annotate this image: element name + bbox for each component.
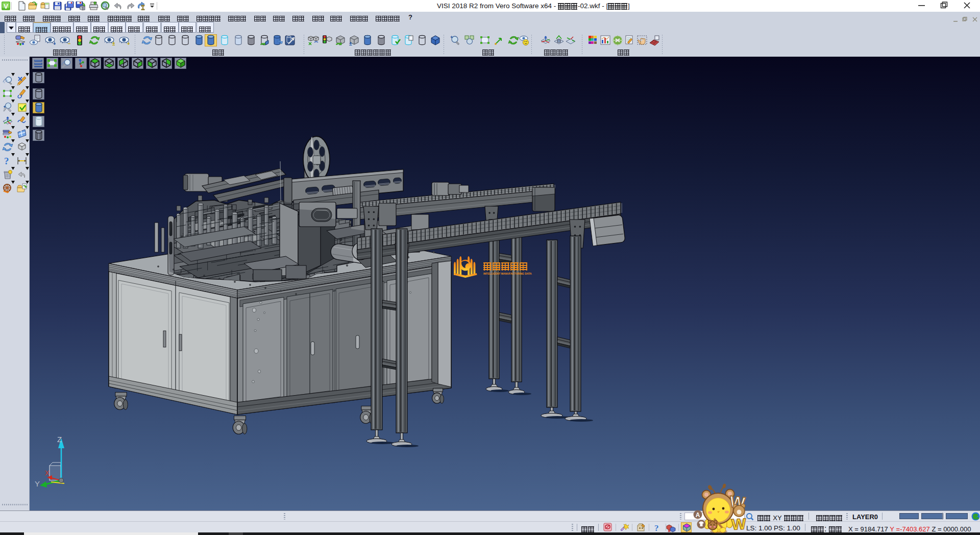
svg-text:?: ? [654, 523, 659, 532]
svg-text:X: X [45, 469, 50, 477]
svg-text:+: + [127, 41, 130, 46]
svg-text:−: − [68, 41, 70, 46]
svg-text:±: ± [349, 41, 352, 46]
svg-text:Z: Z [57, 435, 62, 444]
svg-text:?: ? [4, 156, 9, 166]
svg-text:±: ± [112, 41, 115, 46]
svg-text:+: + [450, 35, 453, 40]
svg-text:+: + [53, 41, 56, 46]
svg-text:Y: Y [35, 479, 40, 488]
svg-text:V: V [4, 3, 8, 10]
